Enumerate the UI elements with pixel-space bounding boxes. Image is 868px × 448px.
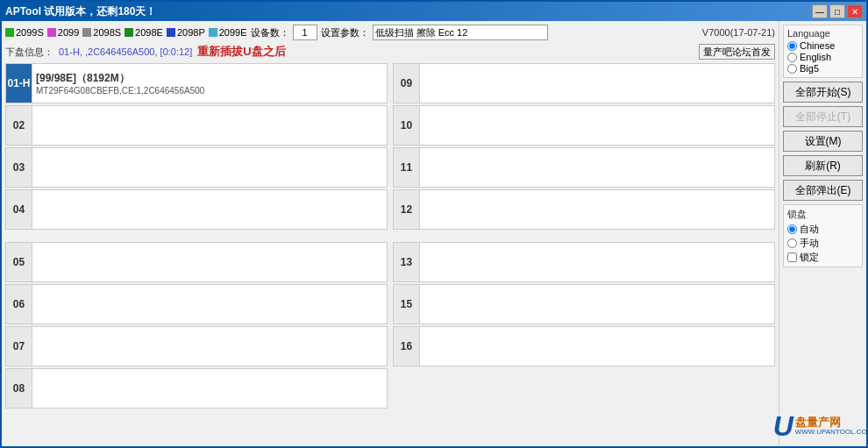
slot-content-04 [32, 190, 387, 229]
language-english-radio[interactable] [787, 53, 797, 62]
slot-number-01: 01-H [6, 64, 32, 103]
slot-02: 02 [5, 105, 388, 146]
slot-13: 13 [393, 242, 775, 282]
legend-dot-2099e [209, 28, 217, 37]
slot-04: 04 [5, 189, 388, 230]
language-chinese-radio[interactable] [787, 41, 797, 51]
slot-12: 12 [393, 189, 775, 230]
slot-09: 09 [393, 63, 775, 103]
legend-label-2098p: 2098P [177, 27, 205, 38]
legend-dot-2098s [82, 28, 91, 37]
param-input[interactable] [373, 25, 548, 40]
slot-03: 03 [5, 147, 388, 188]
close-button[interactable]: ✕ [847, 4, 863, 18]
slot-number-13: 13 [394, 243, 420, 281]
main-area: 2099S 2099 2098S 2098E 2098P [2, 21, 779, 446]
legend-label-2099e: 2099E [219, 27, 247, 38]
slot-08: 08 [5, 368, 388, 409]
window-title: APTool 试用版本，还剩180天！ [5, 4, 156, 19]
sidebar: Language Chinese English Big5 全部开始(S) 全部… [779, 21, 866, 446]
language-english-label: English [800, 52, 831, 62]
legend-dot-2099s [5, 28, 14, 37]
logo-text: 盘量产网 [795, 416, 866, 429]
legend-dot-2099 [47, 28, 56, 37]
lock-auto-label: 自动 [800, 223, 819, 236]
right-slots-column: 09 10 11 12 [393, 63, 775, 443]
warning-text: 重新插拔U盘之后 [197, 44, 285, 60]
lock-checkbox[interactable] [787, 252, 797, 262]
logo-area: U 盘量产网 WWW.UPANTOOL.COM [783, 410, 863, 443]
info-label: 下盘信息： [5, 46, 53, 59]
slot-01-line2: MT29F64G08CBEFB,CE:1,2C646456A500 [36, 86, 383, 96]
slot-content-09 [420, 64, 774, 103]
lock-checkbox-item[interactable]: 锁定 [787, 251, 858, 264]
info-bar: 下盘信息： 01-H, ,2C646456A500, [0:0:12] 重新插拔… [5, 44, 775, 60]
lock-manual-label: 手动 [800, 237, 819, 250]
slot-content-11 [420, 148, 774, 187]
main-window: APTool 试用版本，还剩180天！ — □ ✕ 2099S 2099 [0, 0, 868, 448]
slot-content-16 [420, 327, 774, 366]
legend-2098e: 2098E [125, 27, 163, 38]
slot-content-10 [420, 106, 774, 145]
start-all-button[interactable]: 全部开始(S) [783, 82, 863, 103]
language-english-item[interactable]: English [787, 52, 858, 62]
left-slots-column: 01-H [99/98E]（8192M） MT29F64G08CBEFB,CE:… [5, 63, 388, 443]
title-bar-buttons: — □ ✕ [812, 4, 863, 18]
lock-manual-item[interactable]: 手动 [787, 237, 858, 250]
lock-checkbox-label: 锁定 [800, 251, 819, 264]
slot-number-03: 03 [6, 148, 32, 187]
minimize-button[interactable]: — [812, 4, 828, 18]
slot-content-15 [420, 285, 774, 324]
legend-2099: 2099 [47, 27, 79, 38]
eject-all-button[interactable]: 全部弹出(E) [783, 180, 863, 201]
slot-number-12: 12 [394, 190, 420, 229]
refresh-button[interactable]: 刷新(R) [783, 155, 863, 176]
logo-url: WWW.UPANTOOL.COM [795, 429, 866, 437]
legend-2098p: 2098P [167, 27, 205, 38]
slot-content-03 [32, 148, 387, 187]
slot-content-01: [99/98E]（8192M） MT29F64G08CBEFB,CE:1,2C6… [32, 64, 387, 103]
slot-number-10: 10 [394, 106, 420, 145]
slot-number-16: 16 [394, 327, 420, 366]
slot-number-06: 06 [6, 285, 32, 324]
slot-16: 16 [393, 326, 775, 366]
lock-auto-radio[interactable] [787, 224, 797, 234]
settings-button[interactable]: 设置(M) [783, 131, 863, 152]
lock-manual-radio[interactable] [787, 238, 797, 248]
slot-content-05 [32, 243, 387, 281]
maximize-button[interactable]: □ [829, 4, 845, 18]
slot-content-12 [420, 190, 774, 229]
language-chinese-item[interactable]: Chinese [787, 40, 858, 51]
slot-15: 15 [393, 284, 775, 324]
lock-auto-item[interactable]: 自动 [787, 223, 858, 236]
lock-title: 锁盘 [787, 208, 858, 221]
slot-content-13 [420, 243, 774, 281]
slot-number-04: 04 [6, 190, 32, 229]
param-label: 设置参数： [321, 26, 369, 39]
slot-content-02 [32, 106, 387, 145]
legend-2099e: 2099E [209, 27, 247, 38]
slot-11: 11 [393, 147, 775, 188]
language-chinese-label: Chinese [800, 40, 835, 51]
slot-05: 05 [5, 242, 388, 282]
legend-label-2099s: 2099S [16, 27, 44, 38]
slot-number-15: 15 [394, 285, 420, 324]
language-big5-label: Big5 [800, 63, 819, 74]
slot-number-11: 11 [394, 148, 420, 187]
slot-number-07: 07 [6, 327, 32, 366]
device-count-label: 设备数： [251, 26, 289, 39]
stop-all-button[interactable]: 全部停止(T) [783, 106, 863, 127]
slot-number-05: 05 [6, 243, 32, 281]
forum-button[interactable]: 量产吧论坛首发 [699, 44, 775, 60]
language-big5-item[interactable]: Big5 [787, 63, 858, 74]
slot-content-08 [32, 369, 387, 408]
legend-label-2098s: 2098S [93, 27, 121, 38]
lock-group: 锁盘 自动 手动 锁定 [783, 204, 863, 267]
device-count-input[interactable] [293, 25, 317, 40]
slot-content-06 [32, 285, 387, 324]
slot-content-07 [32, 327, 387, 366]
language-big5-radio[interactable] [787, 64, 797, 74]
slots-container: 01-H [99/98E]（8192M） MT29F64G08CBEFB,CE:… [5, 63, 775, 443]
legend-dot-2098p [167, 28, 175, 37]
slot-number-02: 02 [6, 106, 32, 145]
